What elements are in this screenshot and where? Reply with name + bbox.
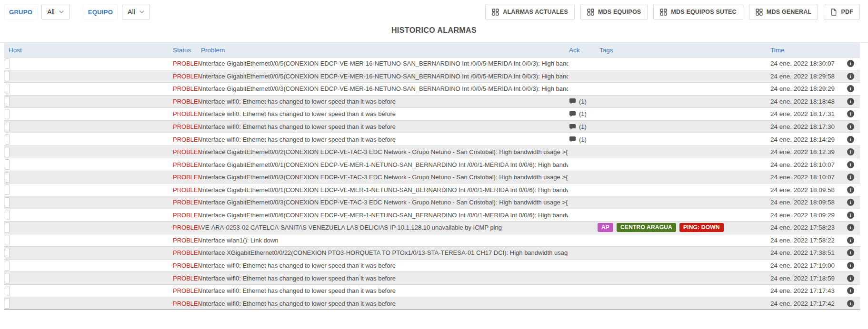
column-header-status[interactable]: Status bbox=[173, 47, 201, 54]
comment-icon[interactable] bbox=[569, 124, 576, 130]
info-icon[interactable]: i bbox=[847, 300, 854, 307]
time-text: 24 ene. 2022 18:17:31 bbox=[770, 110, 841, 117]
info-cell: i bbox=[841, 136, 860, 143]
ack-cell[interactable]: (1) bbox=[568, 136, 597, 143]
table-row: PROBLEMInterface XGigabitEthernet0/0/22(… bbox=[4, 246, 860, 259]
host-cell bbox=[4, 147, 173, 157]
status-badge: PROBLEM bbox=[173, 199, 201, 206]
time-text: 24 ene. 2022 18:09:29 bbox=[770, 212, 841, 219]
grid-icon bbox=[492, 9, 499, 16]
host-stub bbox=[5, 96, 10, 106]
info-icon[interactable]: i bbox=[847, 85, 854, 92]
column-header-tags[interactable]: Tags bbox=[597, 47, 770, 54]
info-icon[interactable]: i bbox=[847, 199, 854, 206]
column-header-host[interactable]: Host bbox=[4, 47, 173, 54]
info-icon[interactable]: i bbox=[847, 73, 854, 80]
ack-cell[interactable]: (1) bbox=[568, 98, 597, 105]
info-cell: i bbox=[841, 249, 860, 256]
tags-cell: APCENTRO ARAGUAPING: DOWN bbox=[597, 223, 770, 232]
info-icon[interactable]: i bbox=[847, 262, 854, 269]
ack-cell[interactable]: (1) bbox=[568, 110, 597, 117]
problem-text: Interface GigabitEthernet0/0/3(CONEXION … bbox=[201, 85, 568, 92]
host-stub bbox=[5, 210, 10, 220]
info-icon[interactable]: i bbox=[847, 287, 854, 294]
info-cell: i bbox=[841, 300, 860, 307]
problem-text: Interface XGigabitEthernet0/0/22(CONEXIO… bbox=[201, 249, 568, 256]
problem-text: Interface wifi0: Ethernet has changed to… bbox=[201, 110, 568, 117]
info-icon[interactable]: i bbox=[847, 249, 854, 256]
status-badge: PROBLEM bbox=[173, 300, 201, 307]
button-label: PDF bbox=[841, 9, 853, 15]
equipo-value: All bbox=[128, 8, 135, 16]
comment-icon[interactable] bbox=[569, 98, 576, 105]
info-icon[interactable]: i bbox=[847, 237, 854, 244]
info-icon[interactable]: i bbox=[847, 110, 854, 117]
host-cell bbox=[4, 172, 173, 183]
equipo-dropdown[interactable]: All bbox=[122, 4, 150, 20]
info-cell: i bbox=[841, 161, 860, 168]
ack-cell[interactable]: (1) bbox=[568, 123, 597, 130]
table-row: PROBLEMInterface GigabitEthernet0/0/2(CO… bbox=[4, 145, 860, 158]
info-cell: i bbox=[841, 174, 860, 181]
host-cell bbox=[4, 58, 173, 69]
problem-text: Interface GigabitEthernet0/0/6(CONEXION … bbox=[201, 212, 568, 219]
table-row: PROBLEMInterface wifi0: Ethernet has cha… bbox=[4, 133, 860, 145]
mds-equipos-button[interactable]: MDS EQUIPOS bbox=[580, 4, 648, 20]
info-icon[interactable]: i bbox=[847, 148, 854, 155]
info-icon[interactable]: i bbox=[847, 275, 854, 282]
host-cell bbox=[4, 235, 173, 245]
time-text: 24 ene. 2022 17:58:23 bbox=[770, 224, 841, 231]
grupo-dropdown[interactable]: All bbox=[41, 4, 70, 20]
table-row: PROBLEMInterface wlan1(): Link down24 en… bbox=[4, 234, 860, 247]
info-cell: i bbox=[841, 60, 860, 67]
column-header-problem[interactable]: Problem bbox=[201, 47, 568, 54]
info-icon[interactable]: i bbox=[847, 98, 854, 105]
grupo-value: All bbox=[47, 8, 55, 16]
comment-icon[interactable] bbox=[569, 136, 576, 143]
pdf-button[interactable]: PDF bbox=[824, 4, 860, 20]
status-badge: PROBLEM bbox=[173, 174, 201, 181]
status-badge: PROBLEM bbox=[173, 110, 201, 117]
time-text: 24 ene. 2022 18:18:48 bbox=[770, 98, 841, 105]
host-stub bbox=[5, 197, 10, 208]
alarmas-actuales-button[interactable]: ALARMAS ACTUALES bbox=[485, 4, 575, 20]
status-badge: PROBLEM bbox=[173, 212, 201, 219]
host-stub bbox=[5, 298, 10, 309]
info-icon[interactable]: i bbox=[847, 224, 854, 231]
host-cell bbox=[4, 96, 173, 106]
host-stub bbox=[5, 71, 10, 81]
info-icon[interactable]: i bbox=[847, 186, 854, 194]
host-cell bbox=[4, 109, 173, 119]
info-icon[interactable]: i bbox=[847, 123, 854, 130]
status-badge: PROBLEM bbox=[173, 224, 201, 231]
table-row: PROBLEMInterface wifi0: Ethernet has cha… bbox=[4, 95, 860, 108]
time-text: 24 ene. 2022 18:29:58 bbox=[770, 73, 841, 80]
problem-text: Interface GigabitEthernet0/0/2(CONEXION … bbox=[201, 148, 568, 155]
button-label: MDS GENERAL bbox=[767, 9, 812, 15]
comment-icon[interactable] bbox=[569, 111, 576, 117]
column-header-ack[interactable]: Ack bbox=[568, 47, 597, 54]
info-icon[interactable]: i bbox=[847, 174, 854, 181]
mds-equipos-sutec-button[interactable]: MDS EQUIPOS SUTEC bbox=[653, 4, 743, 20]
time-text: 24 ene. 2022 18:10:07 bbox=[770, 161, 841, 168]
info-icon[interactable]: i bbox=[847, 212, 854, 219]
info-cell: i bbox=[841, 123, 860, 130]
chevron-down-icon bbox=[59, 10, 64, 13]
status-badge: PROBLEM bbox=[173, 73, 201, 80]
column-header-time[interactable]: Time bbox=[770, 47, 841, 54]
mds-general-button[interactable]: MDS GENERAL bbox=[749, 4, 818, 20]
time-text: 24 ene. 2022 17:17:42 bbox=[770, 300, 841, 307]
problem-text: Interface wifi0: Ethernet has changed to… bbox=[201, 262, 568, 269]
info-icon[interactable]: i bbox=[847, 136, 854, 143]
host-stub bbox=[5, 58, 10, 69]
host-cell bbox=[4, 184, 173, 195]
host-cell bbox=[4, 248, 173, 258]
host-stub bbox=[5, 235, 10, 245]
equipo-label: EQUIPO bbox=[83, 4, 118, 20]
tag-pill: CENTRO ARAGUA bbox=[617, 223, 676, 232]
info-icon[interactable]: i bbox=[847, 60, 854, 67]
problem-text: Interface wifi0: Ethernet has changed to… bbox=[201, 136, 568, 143]
info-icon[interactable]: i bbox=[847, 161, 854, 168]
info-cell: i bbox=[841, 262, 860, 269]
table-row: PROBLEMInterface wifi0: Ethernet has cha… bbox=[4, 259, 860, 272]
